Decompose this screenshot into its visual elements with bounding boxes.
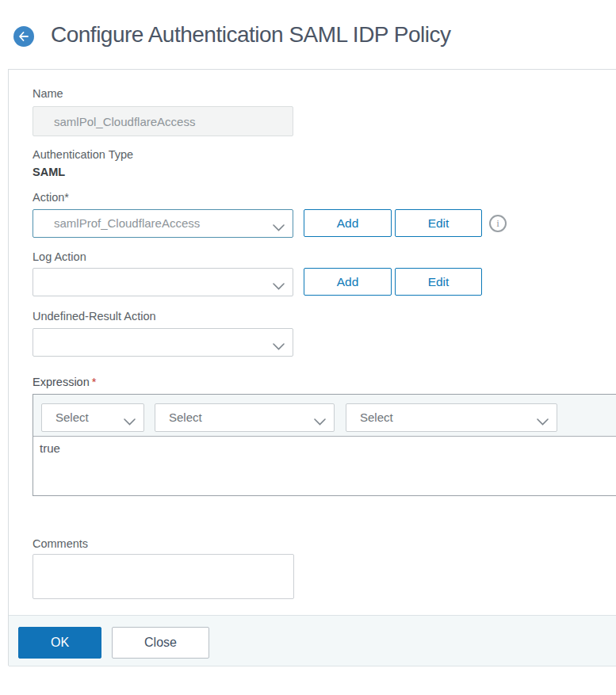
comments-input[interactable] <box>33 554 294 599</box>
log-action-label: Log Action <box>33 250 86 263</box>
info-icon[interactable]: i <box>489 215 507 232</box>
action-edit-button[interactable]: Edit <box>395 209 482 237</box>
form-footer: OK Close <box>9 615 616 666</box>
page-header: Configure Authentication SAML IDP Policy <box>0 0 616 69</box>
action-select-value: samlProf_CloudflareAccess <box>54 216 200 230</box>
expression-operand-select-2[interactable]: Select <box>155 403 335 432</box>
auth-type-label: Authentication Type <box>33 148 133 161</box>
expression-operand-select-1[interactable]: Select <box>41 403 144 432</box>
page-title: Configure Authentication SAML IDP Policy <box>51 22 451 48</box>
action-label: Action* <box>33 191 69 204</box>
log-action-edit-button[interactable]: Edit <box>395 268 482 296</box>
expression-label: Expression* <box>33 376 96 388</box>
close-button[interactable]: Close <box>112 627 209 659</box>
required-asterisk: * <box>92 376 97 388</box>
name-label: Name <box>33 87 63 100</box>
chevron-down-icon <box>537 414 549 429</box>
undefined-result-action-label: Undefined-Result Action <box>33 310 156 323</box>
arrow-left-icon <box>18 32 29 41</box>
auth-type-value: SAML <box>33 166 65 178</box>
ok-button[interactable]: OK <box>18 627 101 659</box>
action-add-button[interactable]: Add <box>304 209 392 237</box>
chevron-down-icon <box>273 220 285 235</box>
log-action-select[interactable] <box>33 268 293 296</box>
back-button[interactable] <box>13 26 34 47</box>
name-input[interactable] <box>33 106 293 136</box>
comments-label: Comments <box>33 537 88 550</box>
chevron-down-icon <box>124 414 136 429</box>
expression-toolbar: Select Select Select <box>33 395 616 437</box>
expression-operand-select-3[interactable]: Select <box>346 403 557 432</box>
chevron-down-icon <box>273 339 285 353</box>
log-action-add-button[interactable]: Add <box>304 268 392 296</box>
chevron-down-icon <box>273 279 285 293</box>
expression-editor: Select Select Select true <box>33 394 616 496</box>
chevron-down-icon <box>314 414 326 429</box>
form-panel: Name Authentication Type SAML Action* sa… <box>8 69 616 666</box>
action-select[interactable]: samlProf_CloudflareAccess <box>33 209 293 238</box>
expression-input[interactable]: true <box>33 437 616 495</box>
undefined-result-action-select[interactable] <box>33 328 293 357</box>
